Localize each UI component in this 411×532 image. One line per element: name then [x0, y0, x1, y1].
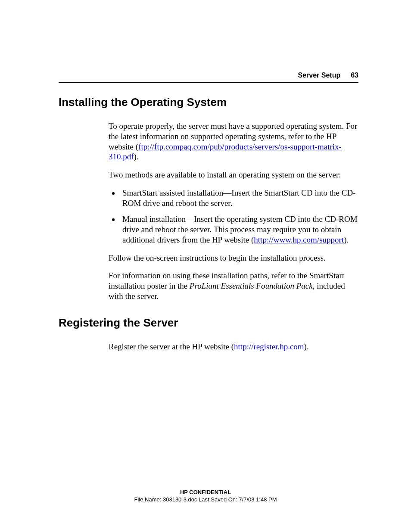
link-register-hp[interactable]: http://register.hp.com	[234, 342, 304, 351]
list-item: Manual installation—Insert the operating…	[120, 214, 358, 245]
running-header: Server Setup63	[59, 72, 358, 83]
heading-installing-os: Installing the Operating System	[59, 96, 358, 109]
page: Server Setup63 Installing the Operating …	[0, 0, 411, 532]
section1-p1: To operate properly, the server must hav…	[109, 121, 358, 162]
footer-confidential: HP CONFIDENTIAL	[0, 489, 411, 495]
content-area: Installing the Operating System To opera…	[59, 96, 358, 359]
italic-text: ProLiant Essentials Foundation Pack	[190, 281, 313, 290]
text: ).	[134, 152, 139, 161]
header-section: Server Setup	[298, 72, 340, 79]
section1-p3: Follow the on-screen instructions to beg…	[109, 253, 358, 263]
section1-p2: Two methods are available to install an …	[109, 170, 358, 180]
page-footer: HP CONFIDENTIAL File Name: 303130-3.doc …	[0, 489, 411, 503]
link-os-support-matrix[interactable]: ftp://ftp.compaq.com/pub/products/server…	[109, 142, 342, 162]
header-page-number: 63	[351, 72, 358, 79]
heading-registering-server: Registering the Server	[59, 316, 358, 330]
text: Register the server at the HP website (	[109, 342, 234, 351]
link-hp-support[interactable]: http://www.hp.com/support	[254, 235, 344, 244]
header-text: Server Setup63	[298, 72, 358, 79]
list-item: SmartStart assisted installation—Insert …	[120, 188, 358, 208]
text: ).	[304, 342, 309, 351]
section1-body: To operate properly, the server must hav…	[109, 121, 358, 302]
section2-p1: Register the server at the HP website (h…	[109, 342, 358, 352]
section1-p4: For information on using these installat…	[109, 271, 358, 301]
install-methods-list: SmartStart assisted installation—Insert …	[109, 188, 358, 245]
text: ).	[344, 235, 349, 244]
section2-body: Register the server at the HP website (h…	[109, 342, 358, 352]
footer-meta: File Name: 303130-3.doc Last Saved On: 7…	[0, 496, 411, 503]
